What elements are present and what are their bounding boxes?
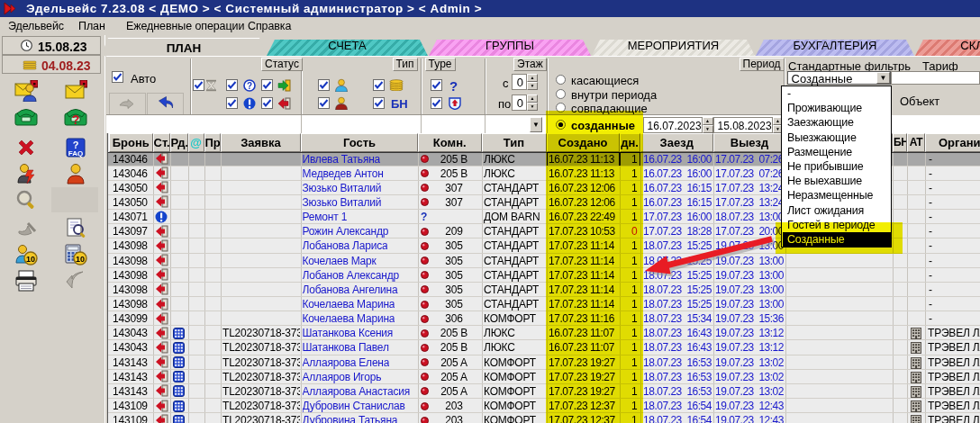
svg-text:FAQ: FAQ [68, 149, 82, 158]
svg-text:?: ? [247, 81, 252, 91]
svg-text:?: ? [71, 112, 79, 126]
svg-text:10: 10 [25, 254, 34, 263]
svg-text:10: 10 [75, 254, 84, 263]
